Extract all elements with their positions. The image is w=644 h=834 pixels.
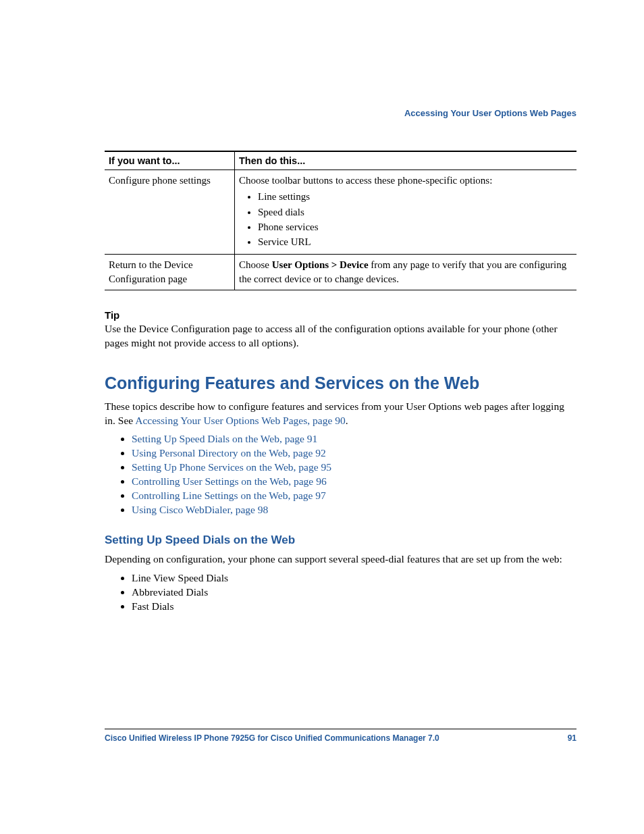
page-number: 91 — [568, 733, 576, 743]
list-item: Setting Up Speed Dials on the Web, page … — [132, 433, 576, 445]
xref-link[interactable]: Using Personal Directory on the Web, pag… — [132, 447, 326, 459]
list-item: Phone services — [258, 220, 572, 234]
list-item: Speed dials — [258, 205, 572, 219]
tip-text: Use the Device Configuration page to acc… — [105, 322, 576, 350]
xref-link[interactable]: Controlling User Settings on the Web, pa… — [132, 475, 327, 487]
text: Choose — [239, 259, 272, 270]
section-intro: These topics describe how to configure f… — [105, 400, 576, 428]
list-item: Fast Dials — [132, 600, 576, 613]
sub-intro: Depending on configuration, your phone c… — [105, 552, 576, 567]
footer-title: Cisco Unified Wireless IP Phone 7925G fo… — [105, 733, 439, 743]
list-item: Line settings — [258, 190, 572, 203]
cell-want: Configure phone settings — [105, 170, 235, 255]
topic-links: Setting Up Speed Dials on the Web, page … — [105, 433, 576, 516]
options-table: If you want to... Then do this... Config… — [105, 151, 576, 290]
page-footer: Cisco Unified Wireless IP Phone 7925G fo… — [105, 729, 576, 743]
th-want: If you want to... — [105, 151, 235, 170]
cell-lead: Choose toolbar buttons to access these p… — [239, 175, 492, 186]
running-header: Accessing Your User Options Web Pages — [105, 108, 576, 118]
list-item: Controlling Line Settings on the Web, pa… — [132, 490, 576, 502]
feature-list: Line View Speed Dials Abbreviated Dials … — [105, 572, 576, 613]
xref-link[interactable]: Accessing Your User Options Web Pages, p… — [135, 415, 345, 426]
list-item: Service URL — [258, 235, 572, 249]
tip-heading: Tip — [105, 309, 576, 321]
xref-link[interactable]: Setting Up Speed Dials on the Web, page … — [132, 433, 317, 444]
cell-want: Return to the Device Configuration page — [105, 255, 235, 290]
menu-path: User Options > Device — [272, 259, 369, 270]
subsection-heading: Setting Up Speed Dials on the Web — [105, 533, 576, 547]
th-do: Then do this... — [235, 151, 577, 170]
xref-link[interactable]: Using Cisco WebDialer, page 98 — [132, 504, 268, 515]
list-item: Line View Speed Dials — [132, 572, 576, 584]
cell-do: Choose toolbar buttons to access these p… — [235, 170, 577, 255]
cell-bullets: Line settings Speed dials Phone services… — [239, 190, 572, 249]
list-item: Setting Up Phone Services on the Web, pa… — [132, 461, 576, 473]
cell-do: Choose User Options > Device from any pa… — [235, 255, 577, 290]
list-item: Using Cisco WebDialer, page 98 — [132, 504, 576, 516]
xref-link[interactable]: Setting Up Phone Services on the Web, pa… — [132, 461, 331, 473]
list-item: Controlling User Settings on the Web, pa… — [132, 475, 576, 488]
table-row: Configure phone settings Choose toolbar … — [105, 170, 576, 255]
section-heading: Configuring Features and Services on the… — [105, 373, 576, 393]
xref-link[interactable]: Controlling Line Settings on the Web, pa… — [132, 490, 326, 501]
document-page: Accessing Your User Options Web Pages If… — [0, 0, 644, 834]
list-item: Using Personal Directory on the Web, pag… — [132, 447, 576, 459]
text: . — [346, 415, 348, 426]
table-row: Return to the Device Configuration page … — [105, 255, 576, 290]
list-item: Abbreviated Dials — [132, 586, 576, 598]
